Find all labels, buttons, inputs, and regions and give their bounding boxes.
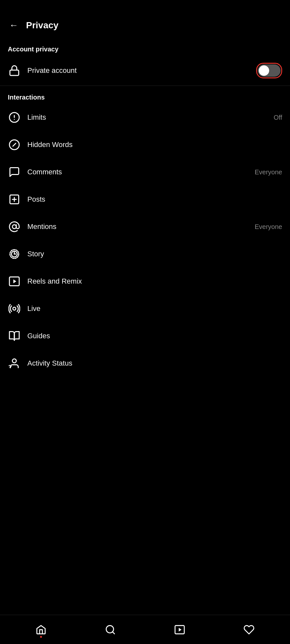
- nav-likes[interactable]: [238, 621, 260, 638]
- interactions-label: Interactions: [0, 86, 290, 104]
- svg-point-8: [12, 225, 16, 229]
- interactions-section: Interactions Limits Off: [0, 86, 290, 377]
- activity-status-icon: [8, 357, 21, 370]
- mentions-value: Everyone: [255, 223, 283, 231]
- bottom-nav: [0, 615, 290, 644]
- posts-left: Posts: [8, 193, 45, 206]
- hidden-words-label: Hidden Words: [27, 141, 73, 149]
- live-label: Live: [27, 304, 40, 313]
- limits-label: Limits: [27, 113, 46, 122]
- menu-item-posts[interactable]: Posts: [0, 186, 290, 213]
- svg-point-17: [13, 307, 16, 310]
- live-left: Live: [8, 302, 40, 315]
- limits-left: Limits: [8, 111, 46, 124]
- menu-item-story[interactable]: Story: [0, 240, 290, 268]
- limits-icon: [8, 111, 21, 124]
- hidden-words-icon: [8, 138, 21, 151]
- reels-and-remix-label: Reels and Remix: [27, 277, 82, 286]
- menu-item-activity-status[interactable]: Activity Status: [0, 350, 290, 377]
- posts-icon: [8, 193, 21, 206]
- activity-status-label: Activity Status: [27, 359, 72, 368]
- toggle-thumb: [259, 65, 269, 76]
- menu-item-comments[interactable]: Comments Everyone: [0, 158, 290, 186]
- nav-reels[interactable]: [168, 621, 191, 638]
- account-privacy-label: Account privacy: [0, 38, 290, 56]
- private-account-toggle[interactable]: [258, 64, 281, 77]
- story-left: Story: [8, 248, 44, 261]
- nav-search[interactable]: [99, 621, 122, 638]
- activity-status-left: Activity Status: [8, 357, 72, 370]
- posts-label: Posts: [27, 195, 45, 204]
- private-account-toggle-wrapper: [256, 63, 282, 78]
- heart-icon: [243, 624, 255, 636]
- menu-item-guides[interactable]: Guides: [0, 322, 290, 350]
- svg-rect-0: [10, 70, 19, 76]
- svg-point-18: [12, 359, 16, 363]
- limits-value: Off: [274, 114, 282, 121]
- story-icon: [8, 248, 21, 261]
- live-icon: [8, 302, 21, 315]
- menu-item-reels-and-remix[interactable]: Reels and Remix: [0, 268, 290, 295]
- back-button[interactable]: ←: [8, 20, 20, 31]
- reels-nav-icon: [173, 624, 186, 636]
- main-content: ← Privacy Account privacy Private accoun…: [0, 0, 290, 409]
- header: ← Privacy: [0, 0, 290, 38]
- page-title: Privacy: [26, 20, 59, 31]
- menu-item-limits[interactable]: Limits Off: [0, 104, 290, 131]
- guides-icon: [8, 329, 21, 342]
- comments-left: Comments: [8, 166, 62, 179]
- comments-label: Comments: [27, 168, 62, 176]
- svg-line-20: [113, 632, 115, 634]
- guides-label: Guides: [27, 332, 50, 340]
- comments-value: Everyone: [255, 168, 283, 176]
- account-privacy-section: Account privacy Private account: [0, 38, 290, 86]
- svg-marker-22: [179, 628, 182, 631]
- hidden-words-left: Hidden Words: [8, 138, 73, 151]
- menu-item-mentions[interactable]: Mentions Everyone: [0, 213, 290, 240]
- comments-icon: [8, 166, 21, 179]
- home-icon: [35, 624, 47, 636]
- reels-icon: [8, 275, 21, 288]
- story-label: Story: [27, 250, 44, 258]
- lock-icon: [8, 64, 21, 77]
- reels-left: Reels and Remix: [8, 275, 82, 288]
- private-account-left: Private account: [8, 64, 77, 77]
- menu-item-hidden-words[interactable]: Hidden Words: [0, 131, 290, 158]
- svg-marker-16: [13, 279, 16, 283]
- guides-left: Guides: [8, 329, 50, 342]
- back-icon: ←: [9, 21, 18, 30]
- mentions-icon: [8, 220, 21, 233]
- search-icon: [104, 624, 117, 636]
- menu-item-live[interactable]: Live: [0, 295, 290, 322]
- mentions-label: Mentions: [27, 222, 56, 231]
- home-dot: [40, 636, 42, 638]
- private-account-row[interactable]: Private account: [0, 56, 290, 86]
- private-account-label: Private account: [27, 66, 77, 75]
- mentions-left: Mentions: [8, 220, 56, 233]
- nav-home[interactable]: [30, 621, 52, 638]
